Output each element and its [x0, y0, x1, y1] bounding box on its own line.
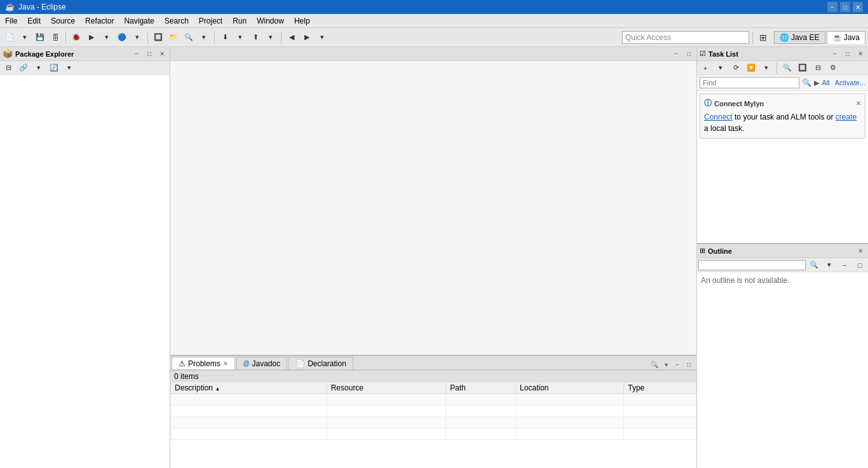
debug-button[interactable]: 🐞 [69, 31, 83, 45]
run-dropdown[interactable]: ▾ [100, 31, 114, 45]
problems-view-menu[interactable]: ▾ [661, 359, 671, 369]
collapse-all-button[interactable]: ⊟ [1, 61, 15, 75]
col-description[interactable]: Description ▲ [171, 382, 327, 394]
package-explorer-content[interactable] [0, 75, 170, 468]
search-dropdown[interactable]: ▾ [197, 31, 211, 45]
perspective-java-ee[interactable]: 🌐 Java EE [774, 31, 825, 44]
task-list-close[interactable]: ✕ [855, 49, 865, 59]
back-button[interactable]: ◀ [285, 31, 299, 45]
link-with-editor-button[interactable]: 🔗 [17, 61, 31, 75]
next-dropdown[interactable]: ▾ [233, 31, 247, 45]
outline-maximize[interactable]: □ [853, 258, 867, 272]
prev-dropdown[interactable]: ▾ [264, 31, 278, 45]
problems-minimize[interactable]: − [672, 359, 682, 369]
problems-tab-close[interactable]: ✕ [223, 361, 228, 367]
next-annotation-button[interactable]: ⬇ [218, 31, 232, 45]
forward-dropdown[interactable]: ▾ [315, 31, 329, 45]
problems-content[interactable]: Description ▲ Resource Path Location [170, 382, 696, 468]
connect-link[interactable]: Connect [704, 113, 733, 121]
toolbar: 📄 ▾ 💾 🗄 🐞 ▶ ▾ 🔵 ▾ 🔲 📁 🔍 ▾ ⬇ ▾ ⬆ ▾ ◀ ▶ ▾ … [0, 28, 868, 47]
outline-dropdown[interactable]: ▾ [822, 258, 836, 272]
save-button[interactable]: 💾 [33, 31, 47, 45]
menu-refactor[interactable]: Refactor [80, 14, 119, 27]
outline-toolbar: 🔍 ▾ − □ [697, 258, 868, 272]
perspective-java[interactable]: ☕ Java [827, 31, 865, 44]
create-link[interactable]: create [836, 113, 857, 121]
main-layout: 📦 Package Explorer − □ ✕ ⊟ 🔗 ▾ 🔄 ▾ − □ [0, 47, 868, 468]
sync-button[interactable]: 🔄 [47, 61, 61, 75]
col-resource[interactable]: Resource [327, 382, 446, 394]
menu-search[interactable]: Search [159, 14, 194, 27]
task-filter-button[interactable]: 🔲 [796, 61, 810, 75]
close-button[interactable]: ✕ [853, 2, 863, 12]
new-task-button[interactable]: + [698, 61, 712, 75]
save-all-button[interactable]: 🗄 [48, 31, 62, 45]
tab-declaration[interactable]: 📄 Declaration [288, 357, 353, 369]
open-type-button[interactable]: 🔲 [151, 31, 165, 45]
quick-access-box[interactable]: Quick Access [622, 31, 749, 44]
bottom-tabs: ⚠ Problems ✕ @ Javadoc 📄 Declaration � [170, 356, 696, 370]
new-task-dropdown[interactable]: ▾ [714, 61, 728, 75]
outline-filter-input[interactable] [698, 260, 806, 270]
run-button[interactable]: ▶ [85, 31, 98, 45]
new-button[interactable]: 📄 [3, 31, 17, 45]
forward-button[interactable]: ▶ [300, 31, 314, 45]
sort-description[interactable]: ▲ [215, 386, 220, 392]
tab-problems[interactable]: ⚠ Problems ✕ [172, 357, 235, 369]
menu-window[interactable]: Window [252, 14, 289, 27]
menu-navigate[interactable]: Navigate [119, 14, 159, 27]
menu-project[interactable]: Project [194, 14, 227, 27]
package-explorer-maximize[interactable]: □ [144, 49, 154, 59]
editor-area[interactable] [170, 61, 696, 355]
open-resource-button[interactable]: 📁 [166, 31, 180, 45]
package-explorer-minimize[interactable]: − [132, 49, 142, 59]
task-settings-button[interactable]: ⚙ [826, 61, 840, 75]
editor-maximize[interactable]: □ [684, 49, 694, 59]
all-label[interactable]: ▶ [814, 79, 819, 87]
menu-file[interactable]: File [0, 14, 22, 27]
maximize-button[interactable]: □ [840, 2, 850, 12]
task-view-menu[interactable]: ▾ [759, 61, 773, 75]
view-menu-button[interactable]: ▾ [32, 61, 46, 75]
package-explorer-close[interactable]: ✕ [157, 49, 167, 59]
coverage-button[interactable]: 🔵 [115, 31, 129, 45]
outline-title: Outline [708, 247, 853, 255]
menu-help[interactable]: Help [289, 14, 315, 27]
menu-edit[interactable]: Edit [22, 14, 46, 27]
sync-tasks-button[interactable]: ⟳ [729, 61, 743, 75]
view-options-button[interactable]: ▾ [62, 61, 76, 75]
col-location[interactable]: Location [516, 382, 624, 394]
all-text[interactable]: All [822, 79, 829, 86]
java-icon: ☕ [832, 33, 842, 42]
task-collapse-button[interactable]: ⊟ [811, 61, 825, 75]
filter-tasks-button[interactable]: 🔽 [744, 61, 758, 75]
menu-source[interactable]: Source [46, 14, 80, 27]
task-search-button[interactable]: 🔍 [780, 61, 794, 75]
connect-mylyn-section: ⓘ Connect Mylyn ✕ Connect to your task a… [700, 93, 865, 139]
minimize-button[interactable]: − [827, 2, 837, 12]
task-list-maximize[interactable]: □ [843, 49, 853, 59]
problems-filter-button[interactable]: 🔍 [649, 359, 660, 369]
find-input[interactable] [700, 77, 799, 88]
new-dropdown[interactable]: ▾ [18, 31, 32, 45]
outline-message: An outline is not available. [701, 276, 789, 285]
search-refactor-button[interactable]: 🔍 [182, 31, 196, 45]
problems-maximize[interactable]: □ [684, 359, 694, 369]
editor-minimize[interactable]: − [671, 49, 681, 59]
activate-text[interactable]: Activate... [835, 79, 865, 86]
task-content[interactable]: ⓘ Connect Mylyn ✕ Connect to your task a… [697, 91, 868, 243]
task-list-minimize[interactable]: − [830, 49, 840, 59]
outline-filter-btn[interactable]: 🔍 [807, 258, 821, 272]
menu-run[interactable]: Run [227, 14, 252, 27]
open-perspective-button[interactable]: ⊞ [756, 31, 770, 45]
coverage-dropdown[interactable]: ▾ [130, 31, 144, 45]
prev-annotation-button[interactable]: ⬆ [248, 31, 262, 45]
task-list-toolbar: + ▾ ⟳ 🔽 ▾ 🔍 🔲 ⊟ ⚙ [697, 61, 868, 75]
outline-close[interactable]: ✕ [855, 246, 865, 256]
col-type[interactable]: Type [624, 382, 696, 394]
sep5 [752, 32, 753, 43]
connect-mylyn-close[interactable]: ✕ [856, 100, 861, 107]
outline-minimize[interactable]: − [837, 258, 851, 272]
tab-javadoc[interactable]: @ Javadoc [236, 357, 287, 369]
col-path[interactable]: Path [446, 382, 516, 394]
